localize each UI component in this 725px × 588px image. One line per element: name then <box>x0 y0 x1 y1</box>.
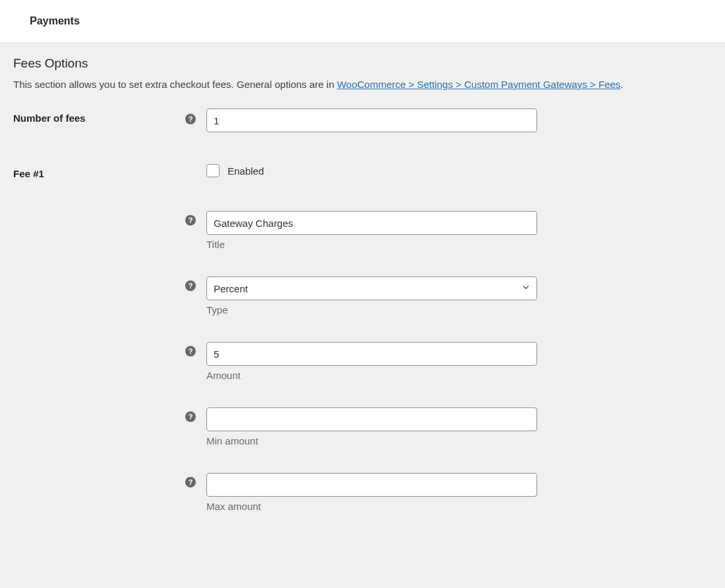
help-col: ? <box>185 211 206 226</box>
help-col: ? <box>185 473 206 487</box>
section-description-link[interactable]: WooCommerce > Settings > Custom Payment … <box>337 79 620 90</box>
number-of-fees-input[interactable] <box>206 108 537 132</box>
row-fee1-title: ? Title <box>13 211 712 250</box>
fee1-title-sublabel: Title <box>206 239 537 250</box>
field-col: Enabled <box>206 164 264 177</box>
row-fee1-min-amount: ? Min amount <box>13 407 712 446</box>
row-fee1-amount: ? Amount <box>13 342 712 381</box>
label-fee1: Fee #1 <box>13 164 185 179</box>
fee1-type-sublabel: Type <box>206 304 537 315</box>
fee1-subfields: ? Title ? PercentFixed Type <box>13 211 712 512</box>
field-col: Max amount <box>206 473 537 512</box>
fee1-max-amount-input[interactable] <box>206 473 537 497</box>
row-fee1-type: ? PercentFixed Type <box>13 276 712 315</box>
fee1-amount-input[interactable] <box>206 342 537 366</box>
top-bar: Payments <box>0 0 725 43</box>
help-icon[interactable]: ? <box>185 215 196 226</box>
help-col: ? <box>185 276 206 291</box>
help-col: ? <box>185 342 206 357</box>
fee1-min-amount-input[interactable] <box>206 407 537 431</box>
help-icon[interactable]: ? <box>185 477 196 487</box>
fee1-type-select[interactable]: PercentFixed <box>206 276 537 300</box>
content-area: Fees Options This section allows you to … <box>0 43 725 558</box>
page-title: Payments <box>30 15 80 26</box>
section-title: Fees Options <box>13 56 712 71</box>
label-number-of-fees: Number of fees <box>13 108 185 124</box>
fee1-enabled-row: Enabled <box>206 164 264 177</box>
fee1-enabled-checkbox[interactable] <box>206 164 220 177</box>
field-col: PercentFixed Type <box>206 276 537 315</box>
fee1-min-amount-sublabel: Min amount <box>206 435 537 446</box>
fee1-title-input[interactable] <box>206 211 537 235</box>
section-description: This section allows you to set extra che… <box>13 79 712 90</box>
fee1-amount-sublabel: Amount <box>206 370 537 381</box>
row-number-of-fees: Number of fees ? <box>13 108 712 132</box>
section-description-suffix: . <box>620 79 623 90</box>
help-col: ? <box>185 108 206 124</box>
help-icon[interactable]: ? <box>185 280 196 291</box>
field-col: Amount <box>206 342 537 381</box>
help-icon[interactable]: ? <box>185 411 196 422</box>
row-fee1: Fee #1 Enabled <box>13 164 712 179</box>
help-col: ? <box>185 407 206 422</box>
section-description-text: This section allows you to set extra che… <box>13 79 337 90</box>
help-icon[interactable]: ? <box>185 346 196 357</box>
field-col: Min amount <box>206 407 537 446</box>
help-col-empty <box>185 164 206 169</box>
field-col: Title <box>206 211 537 250</box>
field-col <box>206 108 537 132</box>
fee1-max-amount-sublabel: Max amount <box>206 501 537 512</box>
fee1-type-select-wrap: PercentFixed <box>206 276 537 300</box>
fee1-enabled-label[interactable]: Enabled <box>228 165 264 177</box>
help-icon[interactable]: ? <box>185 114 196 124</box>
row-fee1-max-amount: ? Max amount <box>13 473 712 512</box>
